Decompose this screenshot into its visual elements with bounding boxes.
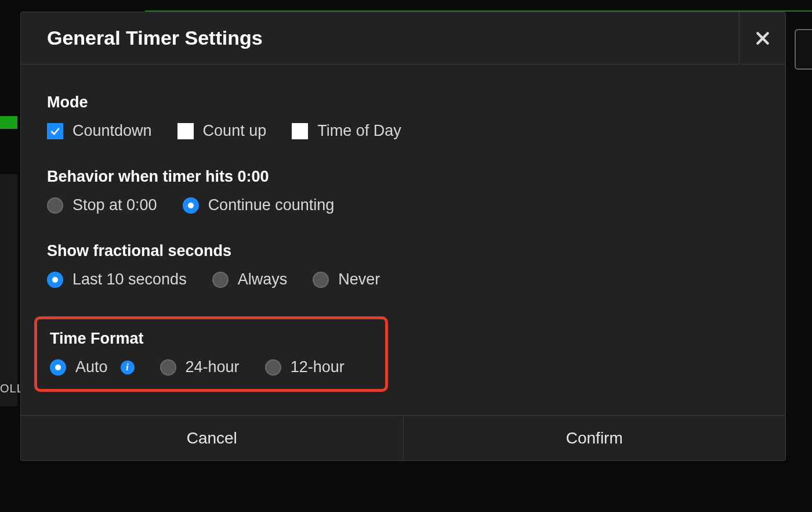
fractional-never-label: Never	[338, 271, 380, 289]
timeformat-24h-label: 24-hour	[186, 358, 240, 376]
fractional-option-always[interactable]: Always	[212, 271, 288, 289]
checkbox-countup[interactable]	[177, 123, 194, 139]
radio-continue[interactable]	[183, 197, 199, 214]
mode-option-timeofday[interactable]: Time of Day	[292, 122, 401, 140]
timeformat-option-auto[interactable]: Auto i	[50, 358, 135, 376]
mode-countup-label: Count up	[203, 122, 267, 140]
fractional-label: Show fractional seconds	[47, 242, 759, 260]
timeformat-option-24h[interactable]: 24-hour	[160, 358, 240, 376]
section-fractional: Show fractional seconds Last 10 seconds …	[47, 242, 759, 289]
radio-24h[interactable]	[160, 359, 176, 376]
close-button[interactable]	[739, 12, 785, 64]
radio-auto[interactable]	[50, 359, 66, 376]
section-timeformat: Time Format Auto i 24-hour 12-hour	[50, 330, 372, 376]
behavior-continue-label: Continue counting	[208, 196, 335, 214]
checkbox-timeofday[interactable]	[292, 123, 308, 139]
behavior-option-stop[interactable]: Stop at 0:00	[47, 196, 157, 214]
radio-last10[interactable]	[47, 272, 63, 288]
timeformat-12h-label: 12-hour	[291, 358, 345, 376]
mode-timeofday-label: Time of Day	[317, 122, 401, 140]
radio-dot-icon	[55, 365, 61, 370]
radio-never[interactable]	[313, 272, 329, 288]
info-icon[interactable]: i	[121, 360, 135, 374]
modal-header: General Timer Settings	[21, 12, 785, 64]
modal-footer: Cancel Confirm	[21, 415, 785, 460]
timeformat-options: Auto i 24-hour 12-hour	[50, 358, 372, 376]
confirm-button[interactable]: Confirm	[403, 416, 786, 460]
timeformat-label: Time Format	[50, 330, 372, 348]
fractional-options: Last 10 seconds Always Never	[47, 271, 759, 289]
mode-options: Countdown Count up Time of Day	[47, 122, 759, 140]
modal-title: General Timer Settings	[47, 27, 263, 49]
behavior-label: Behavior when timer hits 0:00	[47, 168, 759, 186]
bg-green-strip	[0, 116, 17, 129]
fractional-last10-label: Last 10 seconds	[72, 271, 187, 289]
fractional-option-never[interactable]: Never	[313, 271, 380, 289]
bg-top-strip	[145, 0, 812, 12]
radio-dot-icon	[188, 203, 194, 208]
section-mode: Mode Countdown Count up	[47, 93, 759, 140]
timeformat-option-12h[interactable]: 12-hour	[265, 358, 345, 376]
mode-label: Mode	[47, 93, 759, 111]
checkbox-countdown[interactable]	[47, 123, 63, 139]
settings-modal: General Timer Settings Mode Countdown	[20, 12, 786, 461]
section-behavior: Behavior when timer hits 0:00 Stop at 0:…	[47, 168, 759, 214]
mode-option-countup[interactable]: Count up	[177, 122, 267, 140]
fractional-option-last10[interactable]: Last 10 seconds	[47, 271, 187, 289]
behavior-options: Stop at 0:00 Continue counting	[47, 196, 759, 214]
cancel-button[interactable]: Cancel	[21, 416, 403, 460]
mode-option-countdown[interactable]: Countdown	[47, 122, 152, 140]
highlight-annotation: Time Format Auto i 24-hour 12-hour	[34, 316, 388, 392]
timeformat-auto-label: Auto	[75, 358, 108, 376]
behavior-option-continue[interactable]: Continue counting	[183, 196, 335, 214]
radio-dot-icon	[52, 277, 58, 283]
close-icon	[755, 31, 770, 46]
fractional-always-label: Always	[238, 271, 288, 289]
mode-countdown-label: Countdown	[72, 122, 152, 140]
radio-always[interactable]	[212, 272, 229, 288]
behavior-stop-label: Stop at 0:00	[72, 196, 157, 214]
bg-left-panel	[0, 174, 17, 406]
modal-body: Mode Countdown Count up	[21, 64, 785, 415]
bg-right-panel	[795, 29, 812, 70]
radio-12h[interactable]	[265, 359, 281, 376]
check-icon	[49, 125, 61, 137]
radio-stop[interactable]	[47, 197, 63, 214]
